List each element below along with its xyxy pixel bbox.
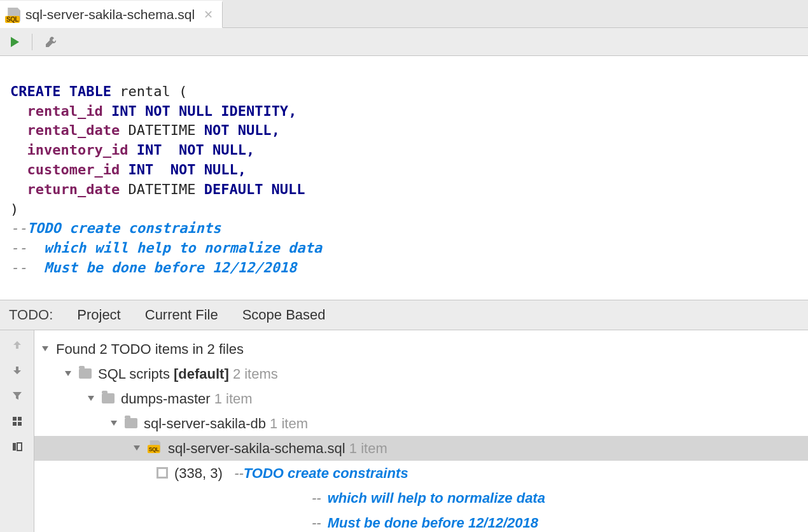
- svg-rect-6: [17, 443, 22, 451]
- todo-sidebar: [0, 330, 34, 532]
- editor-tab[interactable]: sql-server-sakila-schema.sql ✕: [0, 1, 223, 28]
- todo-panel-body: Found 2 TODO items in 2 files SQL script…: [0, 330, 808, 532]
- chevron-down-icon[interactable]: [65, 371, 71, 376]
- todo-panel-header: TODO: Project Current File Scope Based: [0, 300, 808, 330]
- sql-file-icon: [6, 8, 20, 22]
- chevron-down-icon[interactable]: [134, 445, 140, 451]
- run-icon[interactable]: [9, 36, 20, 48]
- code-editor[interactable]: CREATE TABLE rental ( rental_id INT NOT …: [0, 56, 808, 300]
- close-tab-icon[interactable]: ✕: [200, 8, 213, 22]
- todo-tree[interactable]: Found 2 TODO items in 2 files SQL script…: [34, 330, 808, 532]
- tree-node-sakila-db[interactable]: sql-server-sakila-db 1 item: [34, 411, 808, 436]
- svg-rect-3: [13, 422, 17, 426]
- toolbar-separator: [32, 34, 32, 50]
- svg-rect-4: [18, 422, 22, 426]
- arrow-up-icon[interactable]: [10, 338, 24, 352]
- todo-tab-current-file[interactable]: Current File: [145, 307, 218, 323]
- filter-icon[interactable]: [10, 389, 24, 403]
- tab-filename: sql-server-sakila-schema.sql: [25, 7, 195, 22]
- svg-rect-5: [13, 443, 16, 451]
- chevron-down-icon[interactable]: [88, 396, 94, 401]
- tree-summary[interactable]: Found 2 TODO items in 2 files: [34, 337, 808, 361]
- todo-tab-project[interactable]: Project: [77, 307, 120, 323]
- todo-title: TODO:: [9, 307, 53, 323]
- kw-create-table: CREATE TABLE: [10, 83, 111, 99]
- tree-node-dumps-master[interactable]: dumps-master 1 item: [34, 386, 808, 411]
- group-icon[interactable]: [10, 414, 24, 428]
- layout-icon[interactable]: [10, 440, 24, 454]
- tree-todo-item-line3[interactable]: -- Must be done before 12/12/2018: [34, 510, 808, 532]
- chevron-down-icon[interactable]: [42, 346, 48, 351]
- tree-node-schema-file[interactable]: sql-server-sakila-schema.sql 1 item: [34, 436, 808, 461]
- svg-rect-1: [13, 417, 17, 421]
- editor-toolbar: [0, 28, 808, 56]
- sql-file-icon: [149, 440, 161, 452]
- wrench-icon[interactable]: [44, 35, 58, 49]
- svg-rect-2: [18, 417, 22, 421]
- tree-node-sql-scripts[interactable]: SQL scripts [default] 2 items: [34, 361, 808, 386]
- tree-summary-label: Found 2 TODO items in 2 files: [56, 339, 244, 360]
- tree-todo-item-line2[interactable]: -- which will help to normalize data: [34, 486, 808, 510]
- folder-icon: [125, 418, 137, 428]
- editor-tab-bar: sql-server-sakila-schema.sql ✕: [0, 0, 808, 28]
- folder-icon: [102, 393, 115, 403]
- note-icon: [157, 467, 168, 479]
- folder-icon: [79, 368, 92, 379]
- arrow-down-icon[interactable]: [10, 363, 24, 377]
- todo-tab-scope-based[interactable]: Scope Based: [242, 307, 326, 323]
- tree-todo-item[interactable]: (338, 3) --TODO create constraints: [34, 461, 808, 486]
- chevron-down-icon[interactable]: [111, 421, 117, 426]
- svg-marker-0: [11, 37, 19, 47]
